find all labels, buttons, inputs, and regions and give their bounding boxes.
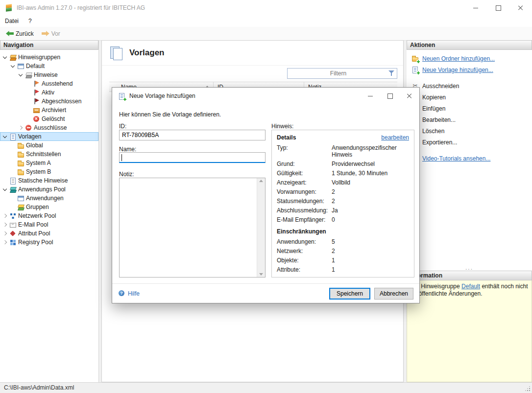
panel-splitter[interactable]: ... [407, 264, 532, 271]
archive-icon [33, 107, 40, 114]
tree-item-attribut-pool[interactable]: Attribut Pool [0, 229, 98, 238]
tree-item-hinweisgruppen[interactable]: Hinweisgruppen [0, 53, 98, 62]
tree-item-geloescht[interactable]: Gelöscht [0, 115, 98, 123]
forward-button[interactable]: Vor [39, 29, 63, 38]
tree-item-gruppen[interactable]: Gruppen [0, 203, 98, 211]
dialog-close-button[interactable] [400, 88, 419, 104]
filter-input[interactable] [287, 68, 397, 79]
action-edit[interactable]: Bearbeiten... [407, 114, 532, 125]
filter-funnel-icon[interactable] [388, 70, 395, 76]
tree-item-archiviert[interactable]: Archiviert [0, 106, 98, 115]
chevron-down-icon[interactable] [18, 72, 24, 78]
scroll-up-icon[interactable] [259, 180, 263, 182]
close-icon [518, 5, 524, 11]
minimize-button[interactable] [464, 0, 487, 16]
note-field[interactable] [120, 178, 257, 277]
tree-label: Netzwerk Pool [18, 212, 56, 219]
action-export[interactable]: Exportieren... [407, 137, 532, 148]
tree-item-default[interactable]: Default [0, 62, 98, 70]
tree-label: Archiviert [42, 107, 66, 114]
name-field[interactable] [119, 152, 266, 163]
tree-item-system-a[interactable]: System A [0, 159, 98, 167]
maximize-button[interactable] [487, 0, 509, 16]
chevron-spacer [10, 195, 16, 201]
tree-item-global[interactable]: Global [0, 141, 98, 150]
tree-item-email-pool[interactable]: E-Mail Pool [0, 220, 98, 229]
detail-row: Vorwarnungen:2 [277, 188, 409, 195]
chevron-down-icon[interactable] [2, 134, 8, 139]
window-controls [464, 0, 532, 16]
chevron-down-icon[interactable] [10, 63, 16, 69]
save-button[interactable]: Speichern [329, 288, 370, 300]
details-title: Details [277, 134, 296, 141]
tree-item-system-b[interactable]: System B [0, 167, 98, 176]
default-group-link[interactable]: Default [461, 283, 480, 290]
navigation-tree: Hinweisgruppen Default Hinweise Ausstehe… [0, 50, 98, 247]
action-paste[interactable]: Einfügen [407, 103, 532, 114]
tree-item-abgeschlossen[interactable]: Abgeschlossen [0, 97, 98, 106]
resize-grip[interactable] [525, 386, 530, 391]
tree-item-hinweise[interactable]: Hinweise [0, 70, 98, 79]
chevron-spacer [25, 116, 31, 122]
detail-value: Providerwechsel [332, 161, 409, 167]
tree-item-registry-pool[interactable]: Registry Pool [0, 238, 98, 247]
detail-label: Typ: [277, 144, 332, 158]
tree-item-anwendungs-pool[interactable]: Anwendungs Pool [0, 185, 98, 194]
chevron-right-icon[interactable] [2, 213, 8, 219]
scroll-down-icon[interactable] [259, 273, 263, 276]
action-label: Neuen Ordner hinzufügen... [422, 55, 495, 62]
chevron-down-icon[interactable] [2, 186, 8, 192]
action-new-template[interactable]: Neue Vorlage hinzufügen... [407, 64, 532, 75]
tree-item-aktiv[interactable]: Aktiv [0, 88, 98, 97]
cancel-button[interactable]: Abbrechen [374, 288, 413, 300]
chevron-right-icon[interactable] [2, 239, 8, 245]
close-button[interactable] [509, 0, 532, 16]
tree-item-schnittstellen[interactable]: Schnittstellen [0, 150, 98, 159]
chevron-right-icon[interactable] [2, 222, 8, 228]
action-label: Kopieren [422, 94, 446, 101]
help-link[interactable]: Hilfe [118, 290, 140, 297]
dialog-footer: Hilfe Speichern Abbrechen [112, 283, 419, 303]
action-label: Ausschneiden [422, 83, 459, 90]
new-template-dialog: Neue Vorlage hinzufügen Hier können Sie … [112, 87, 420, 303]
tree-label: Hinweise [34, 71, 58, 78]
new-template-icon [118, 92, 125, 100]
detail-value: 1 [332, 257, 409, 264]
action-video-tutorials[interactable]: Video-Tutorials ansehen... [407, 153, 532, 164]
name-field-wrapper [119, 152, 266, 163]
action-delete[interactable]: Löschen [407, 125, 532, 137]
menu-datei[interactable]: Datei [0, 16, 24, 27]
tree-item-ausstehend[interactable]: Ausstehend [0, 79, 98, 88]
chevron-right-icon[interactable] [18, 125, 24, 131]
dialog-minimize-button[interactable] [361, 88, 380, 104]
action-new-folder[interactable]: Neuen Ordner hinzufügen... [407, 53, 532, 64]
menu-help[interactable]: ? [24, 16, 37, 27]
action-cut[interactable]: Ausschneiden [407, 80, 532, 92]
back-button[interactable]: Zurück [3, 29, 37, 38]
attribute-pool-icon [9, 230, 17, 237]
tree-item-vorlagen[interactable]: Vorlagen [0, 132, 98, 141]
tree-item-netzwerk-pool[interactable]: Netzwerk Pool [0, 211, 98, 220]
dialog-maximize-button[interactable] [380, 88, 400, 104]
note-scrollbar[interactable] [257, 178, 265, 277]
detail-row: Gültigkeit:1 Stunde, 30 Minuten [277, 170, 409, 177]
tree-label: Default [26, 63, 45, 69]
chevron-down-icon[interactable] [2, 54, 8, 60]
chevron-right-icon[interactable] [2, 231, 8, 236]
detail-row: Grund:Providerwechsel [277, 161, 409, 167]
toolbar: Zurück Vor [0, 27, 532, 41]
network-pool-icon [9, 212, 17, 220]
status-bar: C:\IBI-aws\Admin\Data.xml [0, 382, 532, 393]
action-copy[interactable]: Kopieren [407, 92, 532, 103]
tree-label: Attribut Pool [18, 230, 50, 237]
tree-item-anwendungen[interactable]: Anwendungen [0, 194, 98, 203]
maximize-icon [496, 5, 501, 11]
detail-value: 2 [332, 188, 409, 195]
edit-hint-link[interactable]: bearbeiten [381, 134, 409, 141]
tree-item-ausschluesse[interactable]: Ausschlüsse [0, 123, 98, 132]
id-field[interactable] [119, 130, 266, 140]
tree-label: Gruppen [26, 204, 49, 210]
tree-item-statische-hinweise[interactable]: Statische Hinweise [0, 176, 98, 185]
hint-groups-icon [9, 54, 17, 61]
chevron-spacer [25, 107, 31, 113]
